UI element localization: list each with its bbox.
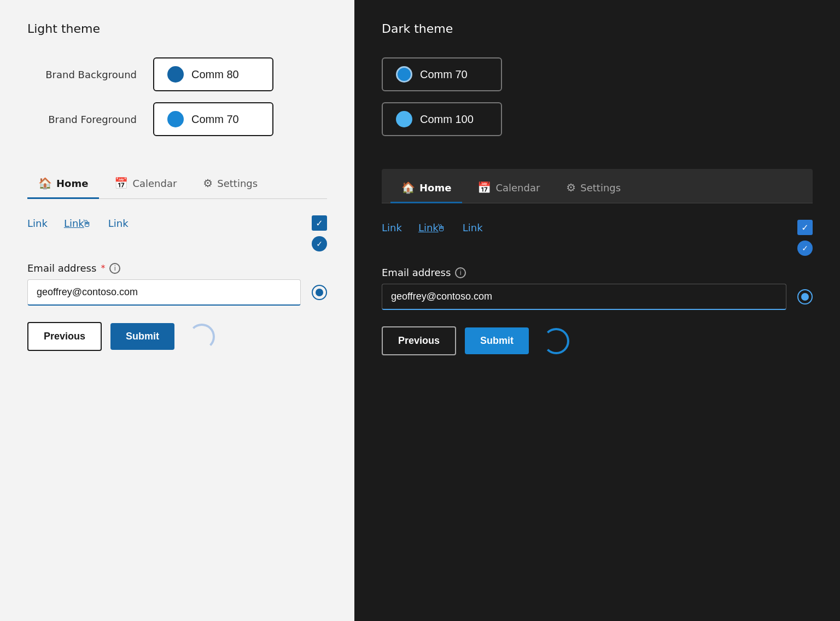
dark-email-label: Email address bbox=[382, 267, 451, 278]
link1-light[interactable]: Link bbox=[27, 218, 48, 229]
brand-background-row: Brand Background Comm 80 bbox=[27, 57, 327, 91]
light-required-star: * bbox=[101, 263, 105, 273]
tab-home-dark[interactable]: 🏠 Home bbox=[390, 173, 462, 203]
dark-radio-check-row bbox=[382, 241, 813, 256]
settings-icon-dark: ⚙️ bbox=[566, 181, 576, 194]
dark-email-section: Email address i bbox=[382, 267, 813, 310]
comm70-swatch-button-light[interactable]: Comm 70 bbox=[153, 102, 273, 136]
tab-home-label-dark: Home bbox=[419, 182, 451, 194]
tab-settings-light[interactable]: ⚙️ Settings bbox=[192, 169, 269, 199]
light-theme-label: Light theme bbox=[27, 22, 327, 36]
checkbox-light[interactable] bbox=[312, 215, 327, 231]
light-radio-button[interactable] bbox=[312, 285, 327, 300]
tab-calendar-dark[interactable]: 📅 Calendar bbox=[466, 173, 551, 203]
tab-settings-label-dark: Settings bbox=[580, 182, 621, 194]
link1-dark[interactable]: Link bbox=[382, 222, 402, 233]
dark-info-icon[interactable]: i bbox=[455, 267, 466, 278]
light-email-label: Email address bbox=[27, 262, 96, 274]
brand-background-label: Brand Background bbox=[27, 69, 137, 80]
previous-button-dark[interactable]: Previous bbox=[382, 326, 456, 355]
calendar-icon-light: 📅 bbox=[114, 177, 128, 190]
light-email-input-row bbox=[27, 279, 327, 306]
tab-settings-dark[interactable]: ⚙️ Settings bbox=[555, 173, 632, 203]
link2-dark[interactable]: Link🖱 bbox=[418, 222, 446, 233]
dark-radio-button[interactable] bbox=[797, 289, 813, 304]
comm70-color-circle bbox=[167, 111, 184, 127]
brand-foreground-row: Brand Foreground Comm 70 bbox=[27, 102, 327, 136]
dark-theme-panel: Dark theme Comm 70 Comm 100 🏠 Home 📅 Cal… bbox=[354, 0, 840, 621]
comm70-swatch-button-dark[interactable]: Comm 70 bbox=[382, 57, 502, 91]
submit-button-dark[interactable]: Submit bbox=[465, 327, 529, 354]
comm70-dark-label: Comm 70 bbox=[420, 68, 468, 81]
comm100-dark-label: Comm 100 bbox=[420, 113, 474, 126]
tab-calendar-light[interactable]: 📅 Calendar bbox=[103, 169, 188, 199]
spinner-dark bbox=[543, 328, 569, 354]
check-circle-dark bbox=[797, 241, 813, 256]
home-icon-light: 🏠 bbox=[38, 177, 52, 190]
light-buttons-row: Previous Submit bbox=[27, 322, 327, 351]
comm70-label: Comm 70 bbox=[191, 113, 239, 126]
tab-home-light[interactable]: 🏠 Home bbox=[27, 169, 99, 199]
light-nav-section: 🏠 Home 📅 Calendar ⚙️ Settings Link Link🖱… bbox=[27, 169, 327, 351]
spinner-light bbox=[189, 324, 215, 350]
dark-email-input[interactable] bbox=[382, 284, 786, 310]
tab-calendar-label-light: Calendar bbox=[132, 178, 177, 189]
submit-button-light[interactable]: Submit bbox=[110, 323, 174, 350]
light-theme-panel: Light theme Brand Background Comm 80 Bra… bbox=[0, 0, 354, 621]
comm100-color-circle-dark bbox=[396, 111, 412, 127]
light-links-row: Link Link🖱 Link bbox=[27, 215, 327, 231]
dark-email-input-row bbox=[382, 284, 813, 310]
dark-comm70-row: Comm 70 bbox=[382, 57, 813, 91]
dark-links-row: Link Link🖱 Link bbox=[382, 220, 813, 235]
light-color-section: Brand Background Comm 80 Brand Foregroun… bbox=[27, 57, 327, 136]
cursor-hand-light: 🖱 bbox=[82, 218, 92, 229]
settings-icon-light: ⚙️ bbox=[203, 177, 213, 190]
dark-theme-label: Dark theme bbox=[382, 22, 813, 36]
link2-light[interactable]: Link🖱 bbox=[64, 218, 92, 229]
dark-buttons-row: Previous Submit bbox=[382, 326, 813, 355]
previous-button-light[interactable]: Previous bbox=[27, 322, 102, 351]
tab-settings-label-light: Settings bbox=[217, 178, 258, 189]
comm80-color-circle bbox=[167, 66, 184, 83]
cursor-hand-dark: 🖱 bbox=[436, 222, 446, 233]
comm80-swatch-button[interactable]: Comm 80 bbox=[153, 57, 273, 91]
dark-color-section: Comm 70 Comm 100 bbox=[382, 57, 813, 136]
comm80-label: Comm 80 bbox=[191, 68, 239, 81]
tab-home-label-light: Home bbox=[56, 178, 88, 189]
dark-email-label-row: Email address i bbox=[382, 267, 813, 278]
home-icon-dark: 🏠 bbox=[401, 181, 415, 194]
dark-comm100-row: Comm 100 bbox=[382, 102, 813, 136]
dark-nav-tabs: 🏠 Home 📅 Calendar ⚙️ Settings bbox=[382, 169, 813, 203]
calendar-icon-dark: 📅 bbox=[477, 181, 491, 194]
light-radio-check-row bbox=[27, 236, 327, 251]
light-info-icon[interactable]: i bbox=[109, 263, 120, 274]
link3-dark[interactable]: Link bbox=[463, 222, 483, 233]
checkbox-dark[interactable] bbox=[797, 220, 813, 235]
comm100-swatch-button-dark[interactable]: Comm 100 bbox=[382, 102, 502, 136]
light-email-section: Email address * i bbox=[27, 262, 327, 306]
light-nav-tabs: 🏠 Home 📅 Calendar ⚙️ Settings bbox=[27, 169, 327, 199]
brand-foreground-label: Brand Foreground bbox=[27, 114, 137, 125]
comm70-color-circle-dark bbox=[396, 66, 412, 83]
check-circle-light bbox=[312, 236, 327, 251]
link3-light[interactable]: Link bbox=[108, 218, 129, 229]
light-email-label-row: Email address * i bbox=[27, 262, 327, 274]
dark-nav-section: 🏠 Home 📅 Calendar ⚙️ Settings Link Link🖱… bbox=[382, 169, 813, 355]
light-email-input[interactable] bbox=[27, 279, 301, 306]
tab-calendar-label-dark: Calendar bbox=[495, 182, 540, 194]
